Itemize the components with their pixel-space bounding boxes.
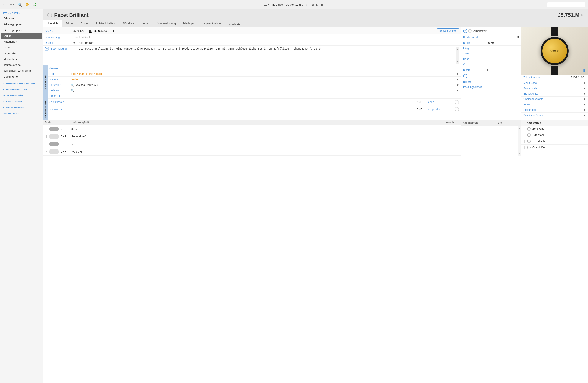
bezeichnung-row: Bezeichnung Facet Brilliant [43, 34, 461, 40]
aufwand-dropdown[interactable]: ▼ [583, 103, 586, 106]
aktionspreis-options[interactable]: ⋮ [515, 121, 519, 125]
arbeitszeit-radio[interactable] [468, 29, 472, 33]
kat-item-edelstahl: ⋮ Edelstahl [521, 132, 588, 138]
back-button[interactable]: ← [2, 2, 6, 7]
ferien-toggle[interactable] [455, 100, 459, 104]
inventar-row: Inventar-Preis CHF Lohnposition [48, 106, 461, 113]
nav-last-button[interactable]: ⏭ [320, 2, 325, 7]
image-eye-icon[interactable]: 👁 [582, 68, 586, 73]
scroll-down-arrow[interactable]: ▼ [518, 151, 521, 155]
sidebar-section-auftrags: AUFTRAGSBEARBEITUNG [0, 80, 43, 85]
aktionspreis-scrollbar[interactable]: ▲ ▼ [518, 126, 521, 155]
bestell-button[interactable]: Bestellnummer [437, 28, 459, 33]
kat-edelstahl-radio[interactable] [527, 133, 531, 137]
groesse-row: Grösse M [48, 65, 461, 71]
scroll-up[interactable]: ▲ [456, 47, 459, 51]
laenge-label: Länge [463, 47, 487, 50]
page-menu-icon[interactable]: ⊟ [581, 13, 584, 17]
info-icon[interactable]: i [47, 13, 52, 18]
kat-edelstahl-dots[interactable]: ⋮ [523, 133, 526, 137]
settings-icon[interactable]: ⚙ [26, 2, 29, 7]
search-button[interactable]: 🔍 [18, 2, 22, 7]
farbe-row: Farbe gold / champagne / black ▼ [48, 71, 461, 77]
positions-dropdown[interactable]: ▼ [583, 114, 586, 117]
global-search[interactable] [547, 2, 586, 7]
search-input[interactable] [548, 3, 584, 6]
tab-wareneingang[interactable]: Wareneingang [154, 20, 179, 27]
sidebar-item-dokumente[interactable]: Dokumente [0, 74, 43, 80]
kostenstelle-dropdown[interactable]: ▼ [583, 87, 586, 90]
price-row-2: ⋮ CHF Endverkauf [43, 133, 461, 140]
sidebar-item-firmengruppen[interactable]: Firmengruppen [0, 27, 43, 33]
nav-next-button[interactable]: ▶ [315, 2, 319, 7]
uberschuss-dropdown[interactable]: ▼ [583, 98, 586, 101]
price-row-3-dots[interactable]: ⋮ [45, 142, 48, 146]
sidebar-item-adressgruppen[interactable]: Adressgruppen [0, 21, 43, 27]
scroll-down[interactable]: ▼ [456, 60, 459, 64]
lohnposition-toggle[interactable] [455, 107, 459, 111]
aufwand-label: Aufwand [523, 103, 583, 106]
sidebar-item-mailvorlagen[interactable]: Mailvorlagen [0, 56, 43, 62]
sidebar-item-textbausteine[interactable]: Textbausteine [0, 62, 43, 68]
price-row-3-toggle[interactable] [49, 142, 59, 147]
price-row-4-dots[interactable]: ⋮ [45, 150, 48, 153]
sidebar-item-workflows[interactable]: Workflows, Checklisten [0, 68, 43, 74]
print-icon[interactable]: 🖨 [33, 2, 36, 7]
scroll-up-arrow[interactable]: ▲ [518, 126, 521, 130]
ertragskonto-row: Ertragskonto ▼ [521, 91, 588, 97]
zolltarif-value: 9102.1100 [571, 76, 584, 79]
tab-ubersicht[interactable]: Übersicht [43, 20, 62, 27]
arbeitszeit-edit-icon[interactable]: ✏ [463, 29, 467, 33]
kat-extraflach-dots[interactable]: ⋮ [523, 140, 526, 143]
sidebar-item-lagerorte[interactable]: Lagerorte [0, 50, 43, 56]
lager-edit-icon[interactable]: ✏ [463, 74, 467, 78]
kategorien-options[interactable]: ⋮ [583, 121, 586, 125]
hoehe-label: Höhe [463, 58, 487, 61]
tab-lagerentnahme[interactable]: Lagerentnahme [198, 20, 225, 27]
kat-zeitskala-radio[interactable] [527, 127, 531, 130]
nav-prev-button[interactable]: ◀ [310, 2, 315, 7]
sidebar-item-artikel[interactable]: Artikel [1, 33, 42, 39]
kat-zeitskala-dots[interactable]: ⋮ [523, 127, 526, 130]
beschreibung-scrollbar[interactable]: ▲ ▼ [456, 47, 459, 64]
kat-geschliffen-dots[interactable]: ⋮ [523, 146, 526, 149]
toolbar-center: ☁ ▾ Alle zeigen 30 von 12350 ⏮ ◀ ▶ ⏭ [46, 2, 543, 7]
price-row-2-dots[interactable]: ⋮ [45, 135, 48, 138]
tab-stuckliste[interactable]: Stückliste [119, 20, 138, 27]
scroll-bottom [456, 52, 459, 60]
nav-first-button[interactable]: ⏮ [305, 2, 310, 7]
kategorien-add-icon[interactable]: + [523, 121, 525, 125]
preismodus-dropdown[interactable]: ▼ [583, 108, 586, 111]
tab-cloud[interactable]: Cloud ☁ [225, 20, 244, 27]
kat-geschliffen-radio[interactable] [527, 146, 531, 149]
sidebar-item-kategorien[interactable]: Kategorien [0, 39, 43, 44]
sidebar-item-adressen[interactable]: Adressen [0, 16, 43, 21]
farbe-dropdown[interactable]: ▼ [456, 72, 459, 75]
sidebar: STAMMDATEN Adressen Adressgruppen Firmen… [0, 9, 43, 383]
hersteller-dropdown[interactable]: ▼ [456, 84, 459, 86]
mwst-dropdown[interactable]: ▼ [583, 82, 586, 85]
beschreibung-content: Die Facet Brilliant ist eine wunderschön… [79, 47, 459, 64]
beschreibung-textarea[interactable]: Die Facet Brilliant ist eine wunderschön… [79, 47, 456, 64]
deutsch-dropdown-arrow[interactable]: ▼ [73, 41, 76, 44]
material-dropdown[interactable]: ▼ [456, 78, 459, 81]
ertragskonto-dropdown[interactable]: ▼ [583, 92, 586, 95]
beschreibung-edit-icon[interactable]: ✏ [45, 47, 49, 51]
lieferant-dropdown[interactable]: ▼ [456, 89, 459, 92]
add-icon[interactable]: + [40, 2, 43, 8]
cloud-dropdown-arrow[interactable]: ▾ [268, 3, 269, 6]
menu-button[interactable]: ≡ ▾ [10, 2, 14, 7]
tab-verlauf[interactable]: Verlauf [138, 20, 154, 27]
hersteller-value: Jowissa Uhren AG [75, 83, 456, 86]
packungseinheit-label: Packungseinheit [463, 85, 487, 88]
tab-bilder[interactable]: Bilder [62, 20, 77, 27]
sidebar-item-lager[interactable]: Lager [0, 44, 43, 50]
tab-mietlager[interactable]: Mietlager [179, 20, 198, 27]
price-row-2-toggle[interactable] [49, 134, 59, 139]
kat-extraflach-radio[interactable] [527, 140, 531, 143]
tab-extras[interactable]: Extras [77, 20, 92, 27]
price-row-1-toggle[interactable] [49, 127, 59, 131]
price-row-1-dots[interactable]: ⋮ [45, 127, 48, 131]
tab-abhangigkeiten[interactable]: Abhängigkeiten [92, 20, 119, 27]
price-row-4-toggle[interactable] [49, 149, 59, 154]
